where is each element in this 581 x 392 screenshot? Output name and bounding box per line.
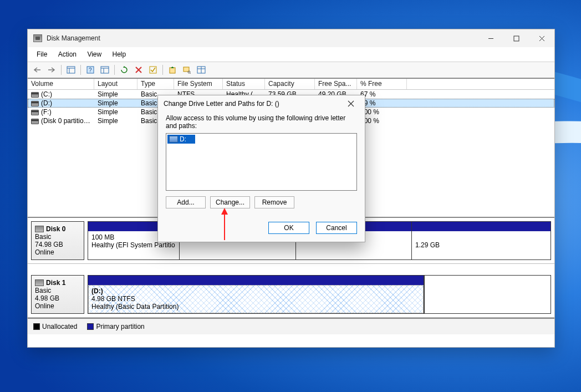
drive-icon	[169, 136, 178, 142]
export-icon[interactable]	[166, 64, 179, 76]
view-icon[interactable]	[65, 64, 77, 76]
disk-type: Basic	[35, 287, 51, 294]
minimize-button[interactable]	[478, 29, 503, 47]
svg-text:?: ?	[89, 67, 92, 73]
col-pct[interactable]: % Free	[357, 79, 407, 89]
disk-state: Online	[35, 248, 54, 256]
disk-label[interactable]: Disk 1 Basic 4.98 GB Online	[31, 275, 84, 314]
svg-rect-9	[150, 67, 156, 73]
close-button[interactable]	[529, 29, 554, 47]
swatch-unallocated	[33, 323, 40, 330]
toolbar: ?	[28, 62, 554, 78]
help-icon[interactable]: ?	[84, 64, 96, 76]
refresh-icon[interactable]	[118, 64, 130, 76]
col-type[interactable]: Type	[137, 79, 174, 89]
col-fs[interactable]: File System	[174, 79, 223, 89]
title-bar: Disk Management	[28, 29, 554, 47]
disk-state: Online	[35, 302, 54, 310]
add-button[interactable]: Add...	[166, 196, 206, 208]
svg-rect-11	[184, 67, 189, 72]
part-fs: 4.98 GB NTFS	[91, 295, 135, 303]
partition-empty[interactable]	[424, 276, 551, 313]
disk-name: Disk 0	[46, 225, 65, 233]
disk-type: Basic	[35, 233, 51, 241]
delete-icon[interactable]	[132, 64, 145, 76]
part-info: Healthy (EFI System Partitio	[91, 241, 175, 249]
disk-row: Disk 1 Basic 4.98 GB Online (D:) 4.98 GB…	[28, 272, 554, 318]
find-icon[interactable]	[181, 64, 193, 76]
part-size: 1.29 GB	[415, 241, 440, 249]
layout-icon[interactable]	[195, 64, 207, 76]
col-layout[interactable]: Layout	[94, 79, 137, 89]
change-drive-letter-dialog: Change Drive Letter and Paths for D: () …	[157, 95, 365, 242]
legend-primary: Primary partition	[96, 323, 144, 330]
menu-view[interactable]: View	[83, 48, 106, 60]
part-label: (D:)	[91, 287, 103, 295]
dialog-close-button[interactable]	[343, 95, 359, 112]
col-capacity[interactable]: Capacity	[265, 79, 315, 89]
check-icon[interactable]	[147, 64, 159, 76]
ok-button[interactable]: OK	[268, 222, 309, 234]
menu-help[interactable]: Help	[108, 48, 131, 60]
partition-selected[interactable]: (D:) 4.98 GB NTFS Healthy (Basic Data Pa…	[88, 276, 424, 313]
swatch-primary	[87, 323, 94, 330]
disk-icon	[35, 279, 44, 286]
partition[interactable]: 1.29 GB	[412, 222, 551, 259]
svg-rect-10	[170, 68, 175, 73]
menu-action[interactable]: Action	[54, 48, 81, 60]
dialog-title: Change Drive Letter and Paths for D: ()	[164, 100, 279, 108]
maximize-button[interactable]	[503, 29, 529, 47]
col-free[interactable]: Free Spa...	[315, 79, 357, 89]
disk-icon	[35, 226, 44, 232]
svg-rect-6	[101, 67, 109, 73]
window-title: Disk Management	[47, 34, 100, 42]
forward-icon[interactable]	[45, 64, 58, 76]
back-icon[interactable]	[31, 64, 43, 76]
dialog-path-item[interactable]: D:	[167, 135, 195, 144]
svg-rect-0	[514, 36, 519, 41]
part-size: 100 MB	[91, 233, 114, 241]
column-headers: Volume Layout Type File System Status Ca…	[28, 79, 554, 90]
disk-size: 4.98 GB	[35, 294, 59, 302]
properties-icon[interactable]	[99, 64, 111, 76]
svg-line-13	[190, 73, 191, 74]
dialog-description: Allow access to this volume by using the…	[166, 114, 357, 130]
legend-bar: Unallocated Primary partition	[28, 319, 554, 334]
menu-file[interactable]: File	[32, 48, 52, 60]
disk-name: Disk 1	[46, 279, 65, 287]
disk-size: 74.98 GB	[35, 241, 63, 248]
change-button[interactable]: Change...	[210, 196, 250, 208]
cancel-button[interactable]: Cancel	[316, 222, 357, 234]
col-volume[interactable]: Volume	[28, 79, 94, 89]
dialog-path-listbox[interactable]: D:	[166, 133, 357, 191]
part-info: Healthy (Basic Data Partition)	[91, 303, 179, 310]
menu-bar: File Action View Help	[28, 47, 554, 62]
app-icon	[33, 34, 42, 42]
svg-rect-1	[67, 67, 75, 73]
col-status[interactable]: Status	[223, 79, 265, 89]
dialog-title-bar: Change Drive Letter and Paths for D: ()	[158, 95, 365, 112]
dialog-path-text: D:	[180, 135, 186, 143]
disk-label[interactable]: Disk 0 Basic 74.98 GB Online	[31, 221, 84, 260]
legend-unallocated: Unallocated	[42, 323, 77, 330]
remove-button[interactable]: Remove	[254, 196, 294, 208]
